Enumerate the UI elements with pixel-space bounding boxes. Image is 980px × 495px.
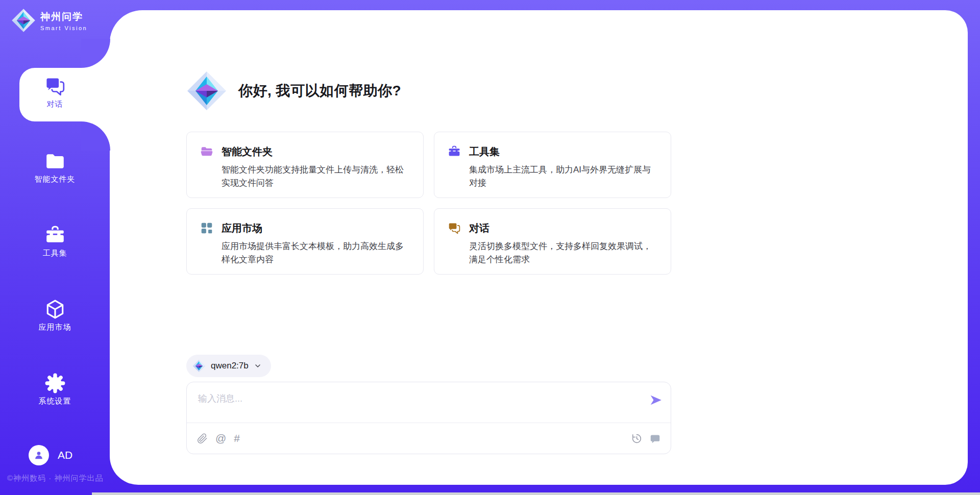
main-content: 你好, 我可以如何帮助你? 智能文件夹 智能文件夹功能支持批量文件上传与清洗，轻… [186,0,671,495]
sidebar-item-app-market[interactable]: 应用市场 [0,299,110,332]
sidebar-item-smart-folder[interactable]: 智能文件夹 [0,151,110,184]
brand-logo-diamond-icon [11,8,36,33]
history-icon [631,433,642,444]
quick-phrase-button[interactable] [650,433,660,444]
sidebar-item-label: 工具集 [0,249,110,258]
quick-phrase-bubble-icon [650,433,660,444]
sidebar-item-label: 对话 [0,100,110,109]
message-composer: @ # [186,382,671,454]
card-description: 应用市场提供丰富长文本模板，助力高效生成多样化文章内容 [222,240,410,267]
sidebar-item-label: 应用市场 [0,323,110,332]
briefcase-icon [0,225,110,246]
sidebar-item-label: 智能文件夹 [0,175,110,184]
tab-fillet-top [81,39,110,68]
person-icon [33,450,44,461]
send-icon [649,393,663,407]
brand-subtitle: Smart Vision [40,25,87,31]
paperclip-icon [197,433,208,444]
user-name: AD [58,449,72,461]
card-smart-folder[interactable]: 智能文件夹 智能文件夹功能支持批量文件上传与清洗，轻松实现文件问答 [186,132,424,198]
hash-icon: # [234,432,240,444]
greeting-title: 你好, 我可以如何帮助你? [238,81,401,101]
greeting-block: 你好, 我可以如何帮助你? [186,70,401,111]
tab-fillet-bottom [81,121,110,151]
gear-icon [0,373,110,394]
send-button[interactable] [649,393,663,407]
card-app-market[interactable]: 应用市场 应用市场提供丰富长文本模板，助力高效生成多样化文章内容 [186,208,424,275]
cube-icon [0,299,110,320]
card-description: 集成市场上主流工具，助力AI与外界无缝扩展与对接 [469,163,657,190]
chevron-down-icon [254,362,262,370]
sidebar-item-label: 系统设置 [0,397,110,406]
brand: 神州问学 Smart Vision [11,8,87,33]
message-input[interactable] [187,382,636,422]
briefcase-icon [448,145,461,185]
chat-icon [0,76,110,97]
folder-open-icon [200,145,213,185]
card-title: 对话 [469,221,657,235]
grid-icon [200,221,213,261]
card-description: 智能文件夹功能支持批量文件上传与清洗，轻松实现文件问答 [222,163,410,190]
folder-icon [0,151,110,172]
history-button[interactable] [631,433,642,444]
copyright-text: ©神州数码 · 神州问学出品 [7,474,103,483]
model-name: qwen2:7b [211,361,249,371]
chat-icon [448,221,461,261]
user-account[interactable]: AD [29,445,72,465]
mention-button[interactable]: @ [215,432,226,444]
card-chat[interactable]: 对话 灵活切换多模型文件，支持多样回复效果调试，满足个性化需求 [434,208,671,275]
hashtag-button[interactable]: # [234,432,240,444]
card-description: 灵活切换多模型文件，支持多样回复效果调试，满足个性化需求 [469,240,657,267]
hero-logo-diamond-icon [186,70,227,111]
avatar [29,445,49,465]
at-sign-icon: @ [215,432,226,444]
brand-title: 神州问学 [40,10,87,23]
card-title: 智能文件夹 [222,145,410,159]
model-logo-diamond-icon [192,359,206,373]
card-title: 工具集 [469,145,657,159]
card-toolset[interactable]: 工具集 集成市场上主流工具，助力AI与外界无缝扩展与对接 [434,132,671,198]
feature-cards: 智能文件夹 智能文件夹功能支持批量文件上传与清洗，轻松实现文件问答 工具集 集成… [186,132,671,275]
sidebar-item-chat[interactable]: 对话 [0,76,110,109]
composer-toolbar: @ # [187,423,671,454]
attach-file-button[interactable] [197,433,208,444]
model-selector[interactable]: qwen2:7b [186,355,271,377]
horizontal-scrollbar[interactable] [92,492,980,495]
sidebar-item-settings[interactable]: 系统设置 [0,373,110,406]
sidebar-item-toolset[interactable]: 工具集 [0,225,110,258]
card-title: 应用市场 [222,221,410,235]
